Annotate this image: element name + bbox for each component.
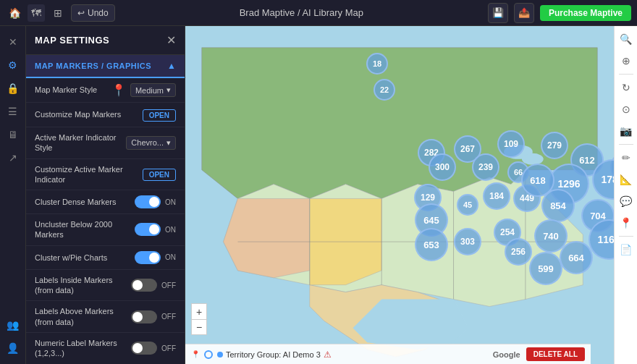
cluster-c27[interactable]: 653 (415, 228, 448, 261)
marker-pin-icon: 📍 (111, 83, 126, 97)
grid-icon[interactable]: ⊞ (49, 4, 67, 22)
marker-style-label: Map Marker Style (35, 85, 107, 95)
cluster-c5[interactable]: 109 (497, 130, 525, 158)
labels-above-control: OFF (131, 310, 176, 323)
cluster-dense-control: ON (135, 195, 176, 208)
ruler-icon[interactable]: 📐 (616, 169, 636, 190)
crosshair-icon[interactable]: ⊙ (616, 99, 636, 119)
share-icon[interactable]: 📤 (514, 3, 534, 23)
refresh-icon[interactable]: ↻ (616, 77, 636, 98)
uncluster-toggle[interactable] (135, 223, 161, 236)
section-tab-label: MAP MARKERS / GRAPHICS (35, 62, 151, 70)
cluster-c2[interactable]: 22 (374, 79, 395, 101)
active-marker-style-row: Active Marker Indicator Style Chevro... … (26, 127, 185, 159)
marker-style-dropdown[interactable]: Medium ▾ (130, 83, 176, 97)
cluster-c18[interactable]: 45 (457, 194, 478, 216)
section-tab-markers[interactable]: MAP MARKERS / GRAPHICS ▲ (26, 55, 185, 78)
active-marker-dropdown[interactable]: Chevro... ▾ (126, 136, 176, 150)
save-icon[interactable]: 💾 (488, 3, 508, 23)
labels-above-label: Labels Above Markers (from data) (35, 306, 127, 327)
settings-close-button[interactable]: ✕ (166, 33, 176, 47)
zoom-fit-icon[interactable]: ⊕ (616, 51, 636, 71)
edit-icon[interactable]: ✏ (616, 148, 636, 168)
marker-style-control: 📍 Medium ▾ (111, 83, 176, 97)
cluster-pie-toggle[interactable] (135, 251, 161, 264)
cluster-c34[interactable]: 664 (560, 241, 593, 274)
topbar-right: 💾 📤 Purchase Maptive (488, 3, 631, 23)
labels-inside-label: Labels Inside Markers (from data) (35, 275, 127, 296)
comment-icon[interactable]: 💬 (616, 191, 636, 211)
uncluster-control: ON (135, 223, 176, 236)
cluster-c1[interactable]: 18 (366, 53, 388, 75)
undo-button[interactable]: ↩ Undo (71, 4, 115, 22)
zoom-out-button[interactable]: − (191, 319, 207, 335)
topbar-left: 🏠 🗺 ⊞ ↩ Undo (6, 4, 115, 22)
customize-markers-open-button[interactable]: OPEN (143, 109, 176, 122)
search-icon[interactable]: 🔍 (616, 29, 636, 49)
labels-above-row: Labels Above Markers (from data) OFF (26, 301, 185, 333)
marker-style-row: Map Marker Style 📍 Medium ▾ (26, 78, 185, 103)
document-icon[interactable]: 📄 (616, 240, 636, 260)
settings-title: MAP SETTINGS (35, 35, 109, 46)
camera-icon[interactable]: 📷 (616, 121, 636, 141)
page-title: Brad Maptive / AI Library Map (240, 7, 363, 18)
location-icon[interactable]: 📍 (616, 213, 636, 233)
cluster-pie-row: Cluster w/Pie Charts ON (26, 246, 185, 270)
user-group-icon[interactable]: 👥 (3, 315, 23, 335)
undo-icon: ↩ (77, 8, 85, 18)
clusters-container: 1822282267109279612708300239661296178723… (185, 26, 614, 364)
map-icon[interactable]: 🗺 (28, 4, 45, 22)
settings-header: MAP SETTINGS ✕ (26, 26, 185, 55)
cluster-c33[interactable]: 256 (505, 238, 532, 266)
user-icon[interactable]: 👤 (3, 338, 23, 358)
cluster-dense-row: Cluster Dense Markers ON (26, 190, 185, 214)
customize-markers-label: Customize Map Markers (35, 109, 138, 119)
data-icon[interactable]: ☰ (3, 101, 23, 122)
topbar: 🏠 🗺 ⊞ ↩ Undo Brad Maptive / AI Library M… (0, 0, 637, 26)
home-icon[interactable]: 🏠 (6, 4, 23, 22)
cluster-c9[interactable]: 300 (429, 153, 456, 181)
numeric-label-toggle[interactable] (131, 342, 157, 355)
map-container[interactable]: 1822282267109279612708300239661296178723… (185, 26, 614, 364)
cluster-c19[interactable]: 184 (483, 182, 510, 210)
labels-inside-row: Labels Inside Markers (from data) OFF (26, 270, 185, 302)
map-bottom-bar: 📍 Territory Group: AI Demo 3 ⚠ Google DE… (185, 344, 591, 364)
customize-active-marker-row: Customize Active Marker Indicator OPEN (26, 159, 185, 191)
uncluster-label: Uncluster Below 2000 Markers (35, 219, 130, 240)
chevron-down-icon: ▾ (166, 85, 171, 95)
cluster-dense-toggle[interactable] (135, 195, 161, 208)
cluster-pie-control: ON (135, 251, 176, 264)
delete-all-button[interactable]: DELETE ALL (526, 347, 585, 361)
cluster-c37[interactable]: 618 (521, 164, 554, 197)
labels-above-toggle[interactable] (131, 310, 157, 323)
divider2 (619, 144, 633, 145)
section-tab-arrow-icon: ▲ (167, 61, 176, 71)
customize-active-marker-label: Customize Active Marker Indicator (35, 164, 138, 185)
tools-icon[interactable]: ✕ (3, 32, 23, 52)
labels-inside-toggle[interactable] (131, 279, 157, 292)
main-content: ✕ ⚙ 🔒 ☰ 🖥 ↗ 👥 👤 MAP SETTINGS ✕ MAP MARKE… (0, 26, 637, 364)
zoom-in-button[interactable]: + (191, 303, 207, 319)
lock-icon[interactable]: 🔒 (3, 78, 23, 98)
cluster-c28[interactable]: 303 (454, 228, 481, 255)
map-zoom-controls: + − (191, 303, 207, 335)
share2-icon[interactable]: ↗ (3, 148, 23, 168)
purchase-button[interactable]: Purchase Maptive (540, 5, 631, 21)
layers-icon[interactable]: ⚙ (3, 55, 23, 75)
territory-label: Territory Group: AI Demo 3 ⚠ (217, 350, 332, 360)
cluster-c10[interactable]: 239 (472, 153, 499, 181)
territory-alert-icon: ⚠ (324, 350, 332, 360)
settings-panel: MAP SETTINGS ✕ MAP MARKERS / GRAPHICS ▲ … (26, 26, 185, 364)
cluster-c6[interactable]: 279 (541, 132, 568, 159)
customize-active-marker-open-button[interactable]: OPEN (143, 169, 176, 181)
monitor-icon[interactable]: 🖥 (3, 124, 23, 145)
google-logo: Google (493, 350, 520, 359)
cluster-c35[interactable]: 599 (529, 252, 562, 285)
divider1 (619, 74, 633, 75)
customize-active-marker-control: OPEN (143, 167, 176, 181)
customize-markers-row: Customize Map Markers OPEN (26, 103, 185, 127)
numeric-label-row: Numeric Label Markers (1,2,3...) OFF (26, 333, 185, 364)
uncluster-row: Uncluster Below 2000 Markers ON (26, 214, 185, 246)
numeric-label-label: Numeric Label Markers (1,2,3...) (35, 338, 127, 359)
customize-markers-control: OPEN (143, 108, 176, 122)
